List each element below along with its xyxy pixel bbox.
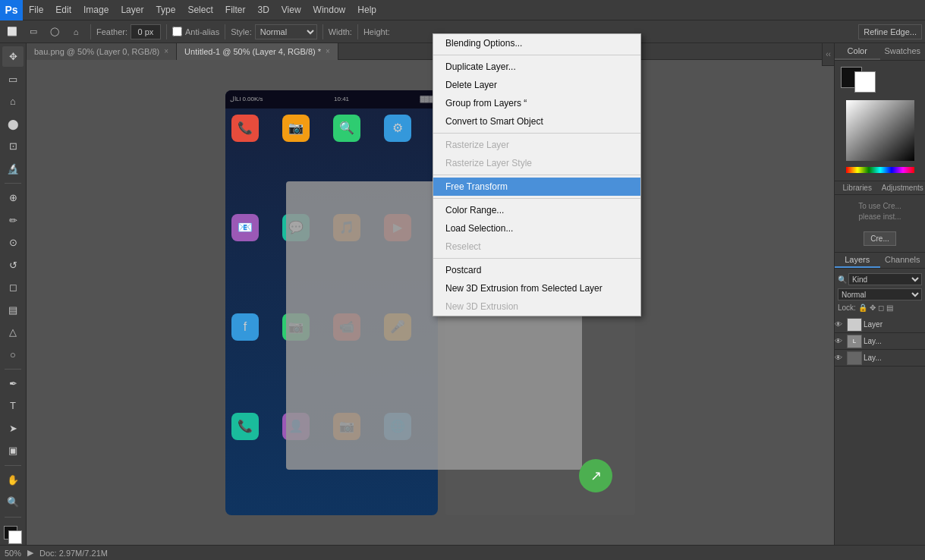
layer-name-1: Layer — [864, 320, 925, 329]
menu-type[interactable]: Type — [149, 0, 181, 20]
lock-transparency-icon[interactable]: ▤ — [886, 304, 893, 312]
layer-mode-select[interactable]: Normal — [838, 288, 922, 300]
layers-controls: 🔍 Kind Normal Lock: 🔒 ✥ ◻ ▤ — [835, 272, 925, 316]
toolbar-sep-1 — [90, 24, 91, 39]
menu-view[interactable]: View — [275, 0, 307, 20]
ellipse-select-btn[interactable]: ◯ — [46, 23, 64, 41]
menu-window[interactable]: Window — [307, 0, 352, 20]
shape-tool[interactable]: ▣ — [2, 440, 24, 461]
bg-color-block[interactable] — [854, 71, 876, 93]
eyedropper-tool[interactable]: 🔬 — [2, 158, 24, 178]
layer-thumb-2: L — [847, 335, 862, 348]
menu-help[interactable]: Help — [351, 0, 382, 20]
clone-stamp-tool[interactable]: ⊙ — [2, 232, 24, 253]
layer-name-2: Lay... — [864, 337, 925, 345]
type-tool[interactable]: T — [2, 395, 24, 416]
layer-row-1[interactable]: 👁 Layer — [835, 316, 925, 333]
ctx-postcard[interactable]: Postcard — [433, 261, 640, 279]
layers-tab-channels[interactable]: Channels — [880, 253, 926, 268]
tab-untitled-1[interactable]: Untitled-1 @ 50% (Layer 4, RGB/8) * × — [177, 43, 338, 60]
layer-eye-1[interactable]: 👁 — [835, 320, 845, 329]
gradient-tool[interactable]: ▤ — [2, 299, 24, 319]
lasso-tool[interactable]: ⌂ — [2, 91, 24, 112]
hue-slider[interactable] — [846, 167, 914, 173]
tab-close-1[interactable]: × — [164, 47, 168, 55]
lock-pixel-icon[interactable]: ◻ — [878, 304, 884, 312]
zoom-tool[interactable]: 🔍 — [2, 492, 24, 512]
move-tool[interactable]: ✥ — [2, 46, 24, 67]
layer-row-2[interactable]: 👁 L Lay... — [835, 333, 925, 350]
ctx-free-transform[interactable]: Free Transform — [433, 178, 640, 196]
side-panel-collapse-btn[interactable]: ‹‹ — [822, 43, 834, 66]
create-library-btn[interactable]: Cre... — [864, 231, 895, 246]
eraser-tool[interactable]: ◻ — [2, 277, 24, 297]
menu-edit[interactable]: Edit — [49, 0, 77, 20]
crop-tool[interactable]: ⊡ — [2, 136, 24, 156]
ctx-reselect: Reselect — [433, 238, 640, 256]
menu-filter[interactable]: Filter — [219, 0, 252, 20]
ctx-color-range[interactable]: Color Range... — [433, 201, 640, 219]
brush-tool[interactable]: ✏ — [2, 209, 24, 230]
layer-kind-select[interactable]: Kind — [848, 273, 922, 285]
tab-libraries[interactable]: Libraries — [835, 181, 880, 194]
rect-select-btn[interactable]: ▭ — [24, 23, 42, 41]
menu-3d[interactable]: 3D — [251, 0, 275, 20]
refine-edge-button[interactable]: Refine Edge... — [858, 24, 922, 39]
color-gradient-picker[interactable] — [846, 100, 914, 161]
tab-adjustments[interactable]: Adjustments — [880, 181, 926, 194]
ctx-convert-smart-object[interactable]: Convert to Smart Object — [433, 112, 640, 131]
ctx-new-3d-extrusion-selected[interactable]: New 3D Extrusion from Selected Layer — [433, 279, 640, 297]
blur-tool[interactable]: △ — [2, 322, 24, 342]
libraries-hint: To use Cre... please inst... — [835, 195, 925, 228]
background-color[interactable] — [8, 530, 22, 544]
tab-swatches[interactable]: Swatches — [880, 43, 926, 60]
right-panel: Color Swatches Libraries Adjustments To … — [834, 43, 925, 545]
green-btn-icon: ↗ — [590, 467, 602, 484]
tab-label-1: bau.png @ 50% (Layer 0, RGB/8) — [34, 47, 159, 56]
tab-color[interactable]: Color — [835, 43, 880, 60]
tab-bau-png[interactable]: bau.png @ 50% (Layer 0, RGB/8) × — [27, 43, 177, 60]
menu-file[interactable]: File — [23, 0, 49, 20]
green-action-btn[interactable]: ↗ — [579, 459, 612, 492]
lock-all-icon[interactable]: 🔒 — [858, 304, 867, 312]
layer-eye-3[interactable]: 👁 — [835, 354, 845, 362]
app-icon-5: 📧 — [231, 214, 259, 241]
layer-row-3[interactable]: 👁 Lay... — [835, 350, 925, 367]
feather-input[interactable] — [131, 24, 161, 39]
path-select-tool[interactable]: ➤ — [2, 418, 24, 439]
layer-eye-2[interactable]: 👁 — [835, 337, 845, 345]
width-label: Width: — [329, 27, 352, 36]
selection-tool-btn[interactable]: ⬜ — [3, 23, 21, 41]
lock-position-icon[interactable]: ✥ — [870, 304, 876, 312]
menu-layer[interactable]: Layer — [115, 0, 149, 20]
toolbar-sep-5 — [357, 24, 358, 39]
tab-close-2[interactable]: × — [326, 47, 330, 55]
nav-arrows[interactable]: ▶ — [27, 548, 33, 558]
rectangle-select-tool[interactable]: ▭ — [2, 68, 24, 89]
app-icon-1: 📞 — [231, 115, 259, 142]
ctx-blending-options[interactable]: Blending Options... — [433, 34, 640, 52]
lasso-select-btn[interactable]: ⌂ — [67, 23, 85, 41]
style-select[interactable]: Normal Fixed Ratio Fixed Size — [255, 24, 317, 39]
history-brush-tool[interactable]: ↺ — [2, 254, 24, 275]
hand-tool[interactable]: ✋ — [2, 470, 24, 490]
ctx-sep-4 — [433, 258, 640, 259]
feather-label: Feather: — [96, 27, 127, 36]
dodge-tool[interactable]: ○ — [2, 344, 24, 364]
pen-tool[interactable]: ✒ — [2, 373, 24, 394]
spot-heal-tool[interactable]: ⊕ — [2, 187, 24, 208]
toolbar-sep-4 — [322, 24, 323, 39]
anti-alias-checkbox[interactable] — [172, 27, 182, 36]
ctx-sep-after-blending — [433, 55, 640, 55]
ctx-group-from-layers[interactable]: Group from Layers “ — [433, 94, 640, 112]
toolbar-sep-3 — [225, 24, 225, 39]
ctx-load-selection[interactable]: Load Selection... — [433, 219, 640, 238]
menu-select[interactable]: Select — [181, 0, 219, 20]
layers-tab-layers[interactable]: Layers — [835, 253, 880, 268]
ctx-delete-layer[interactable]: Delete Layer — [433, 76, 640, 94]
ctx-duplicate-layer[interactable]: Duplicate Layer... — [433, 58, 640, 76]
quick-select-tool[interactable]: ⬤ — [2, 113, 24, 134]
canvas-area[interactable]: الLl 0.00K/s10:41▓▓▓ 📞 📷 🔍 ⚙ 📧 💬 🎵 ▶ f 📷… — [27, 60, 834, 545]
zoom-level: 50% — [5, 549, 21, 558]
menu-image[interactable]: Image — [77, 0, 115, 20]
